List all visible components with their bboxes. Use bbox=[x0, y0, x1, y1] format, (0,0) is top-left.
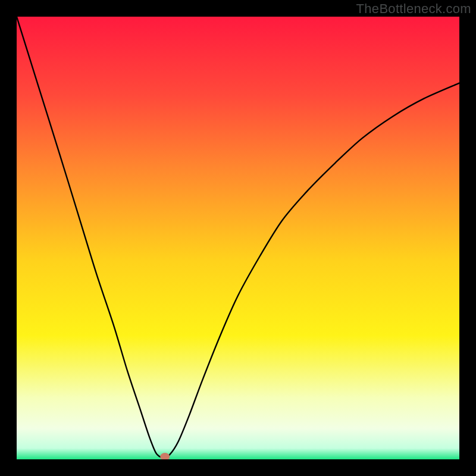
gradient-background bbox=[17, 17, 459, 459]
plot-svg bbox=[17, 17, 459, 459]
watermark-text: TheBottleneck.com bbox=[356, 1, 471, 17]
plot-area bbox=[17, 17, 459, 459]
chart-stage: TheBottleneck.com bbox=[0, 0, 476, 476]
